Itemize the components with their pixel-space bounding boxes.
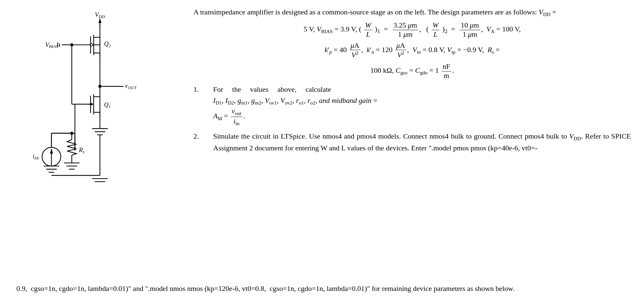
equation-line1: 5 V, VBIAS = 3.9 V, ( WL )1 = 3.25 μm1 μ…: [193, 21, 631, 39]
vbias-label: VBIAS: [45, 41, 58, 49]
item2-number: 2.: [193, 131, 203, 142]
intro-paragraph: A transimpedance amplifier is designed a…: [193, 7, 631, 18]
bottom-text: 0.9, cgso=1n, cgdo=1n, lambda=0.01)" and…: [13, 283, 631, 294]
circuit-diagram: .wire { stroke: #000; stroke-width: 2.5;…: [23, 10, 174, 213]
q1-label: Q1: [104, 101, 111, 109]
item1-text: For the values above, calculate ID1, ID2…: [213, 84, 631, 127]
rs-label: Rs: [79, 146, 85, 154]
text-area: A transimpedance amplifier is designed a…: [184, 7, 631, 277]
item1-number: 1.: [193, 84, 203, 95]
svg-marker-1: [98, 19, 102, 23]
page-container: .wire { stroke: #000; stroke-width: 2.5;…: [0, 0, 644, 304]
q2-label: Q2: [104, 40, 111, 48]
iin-label: iIN: [33, 153, 39, 161]
item1: 1. For the values above, calculate ID1, …: [193, 84, 631, 127]
equation-line3: 100 kΩ, Cgso = Cgdo = 1 nFm.: [193, 62, 631, 80]
item2-text: Simulate the circuit in LTSpice. Use nmo…: [213, 131, 631, 154]
svg-marker-52: [91, 103, 93, 106]
circuit-area: .wire { stroke: #000; stroke-width: 2.5;…: [13, 7, 184, 277]
svg-marker-31: [50, 149, 53, 153]
vout-label: vOUT: [125, 82, 137, 90]
equation-line2: k′p = 40 μAV2, k′n = 120 μAV2, Vtn = 0.8…: [193, 41, 631, 60]
item2: 2. Simulate the circuit in LTSpice. Use …: [193, 131, 631, 154]
vdd-label: VDD: [95, 11, 105, 19]
main-content: .wire { stroke: #000; stroke-width: 2.5;…: [13, 7, 631, 277]
